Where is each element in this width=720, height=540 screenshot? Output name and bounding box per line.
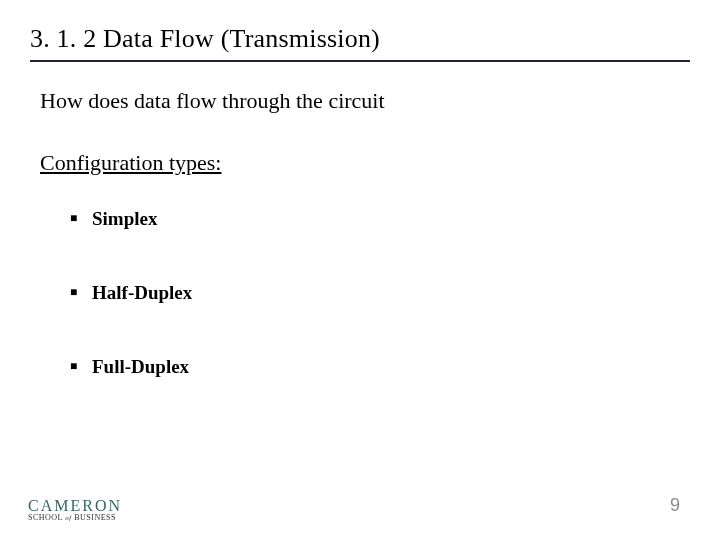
logo-sub-text: SCHOOL of BUSINESS	[28, 513, 122, 522]
logo-sub-post: BUSINESS	[74, 513, 116, 522]
slide: 3. 1. 2 Data Flow (Transmission) How doe…	[0, 0, 720, 540]
logo-sub-pre: SCHOOL	[28, 513, 63, 522]
list-item: Simplex	[70, 208, 680, 230]
intro-text: How does data flow through the circuit	[40, 88, 680, 114]
list-item: Full-Duplex	[70, 356, 680, 378]
title-area: 3. 1. 2 Data Flow (Transmission)	[0, 0, 720, 62]
logo-sub-of: of	[65, 514, 71, 522]
slide-title: 3. 1. 2 Data Flow (Transmission)	[30, 24, 690, 54]
page-number: 9	[670, 495, 680, 516]
footer: CAMERON SCHOOL of BUSINESS 9	[0, 486, 720, 526]
list-item: Half-Duplex	[70, 282, 680, 304]
subheading: Configuration types:	[40, 150, 680, 176]
body-area: How does data flow through the circuit C…	[0, 62, 720, 378]
bullet-list: Simplex Half-Duplex Full-Duplex	[40, 208, 680, 378]
logo: CAMERON SCHOOL of BUSINESS	[28, 497, 122, 522]
